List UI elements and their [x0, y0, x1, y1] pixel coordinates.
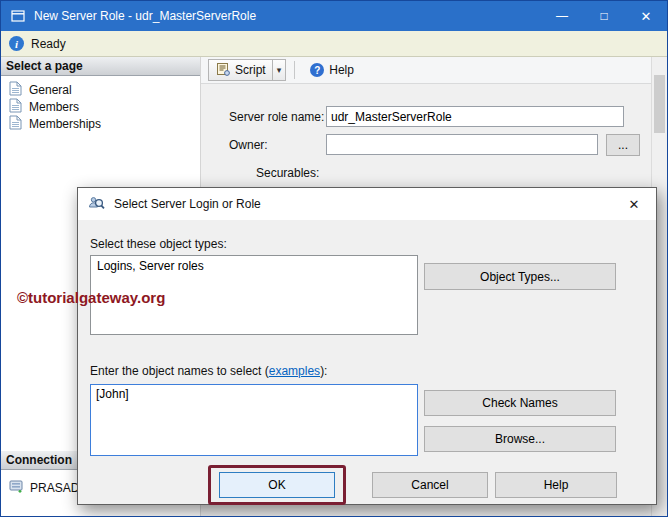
server-icon: [9, 479, 23, 496]
dialog-title: Select Server Login or Role: [114, 197, 261, 211]
window-icon: [10, 8, 26, 24]
page-list: General Members Memberships: [1, 76, 200, 132]
window-controls: — □ ✕: [541, 1, 667, 31]
help-button[interactable]: ? Help: [303, 59, 361, 81]
browse-button[interactable]: Browse...: [424, 426, 616, 452]
close-button[interactable]: ✕: [625, 1, 667, 31]
toolbar: Script ▾ ? Help: [201, 57, 651, 84]
select-login-dialog: Select Server Login or Role ✕ Select the…: [77, 187, 657, 505]
dialog-close-button[interactable]: ✕: [614, 189, 654, 219]
window-title: New Server Role - udr_MasterServerRole: [34, 9, 256, 23]
scrollbar-thumb[interactable]: [654, 75, 665, 133]
help-icon: ?: [310, 63, 324, 77]
sidebar-item-label: Members: [29, 100, 79, 114]
status-bar: i Ready: [1, 31, 667, 57]
sidebar-item-general[interactable]: General: [1, 81, 200, 98]
check-names-button[interactable]: Check Names: [424, 390, 616, 416]
sidebar-item-label: General: [29, 83, 72, 97]
help-button-label: Help: [329, 63, 354, 77]
securables-label: Securables:: [256, 166, 319, 180]
owner-label: Owner:: [229, 138, 268, 152]
maximize-button[interactable]: □: [583, 1, 625, 31]
owner-input[interactable]: [326, 134, 598, 155]
server-role-name-input[interactable]: [326, 106, 624, 127]
status-text: Ready: [31, 37, 66, 51]
ok-button[interactable]: OK: [219, 472, 335, 498]
titlebar: New Server Role - udr_MasterServerRole —…: [1, 1, 667, 31]
object-names-label-prefix: Enter the object names to select (: [90, 364, 269, 378]
sidebar-item-memberships[interactable]: Memberships: [1, 115, 200, 132]
select-a-page-header: Select a page: [1, 57, 200, 76]
object-picker-icon: [88, 195, 105, 214]
owner-browse-button[interactable]: ...: [606, 134, 640, 156]
examples-link[interactable]: examples: [269, 364, 320, 378]
object-types-button[interactable]: Object Types...: [424, 263, 616, 290]
script-button-label: Script: [235, 63, 266, 77]
sidebar-item-members[interactable]: Members: [1, 98, 200, 115]
cancel-button[interactable]: Cancel: [372, 472, 488, 498]
toolbar-separator: [294, 61, 295, 79]
object-names-input[interactable]: [John]: [90, 384, 418, 456]
info-icon: i: [9, 36, 24, 51]
help-dialog-button[interactable]: Help: [495, 472, 617, 498]
script-dropdown-arrow[interactable]: ▾: [272, 60, 286, 80]
minimize-button[interactable]: —: [541, 1, 583, 31]
script-button[interactable]: Script ▾: [208, 59, 286, 81]
new-server-role-window: New Server Role - udr_MasterServerRole —…: [0, 0, 668, 517]
object-types-label: Select these object types:: [90, 237, 227, 251]
page-icon: [9, 81, 22, 99]
object-names-label-suffix: ):: [320, 364, 327, 378]
page-icon: [9, 115, 22, 133]
script-icon: [215, 62, 230, 79]
page-icon: [9, 98, 22, 116]
sidebar-item-label: Memberships: [29, 117, 101, 131]
watermark: ©tutorialgateway.org: [17, 289, 165, 306]
server-role-name-label: Server role name:: [229, 110, 324, 124]
object-names-label: Enter the object names to select (exampl…: [90, 364, 327, 378]
dialog-titlebar: Select Server Login or Role ✕: [78, 188, 656, 220]
